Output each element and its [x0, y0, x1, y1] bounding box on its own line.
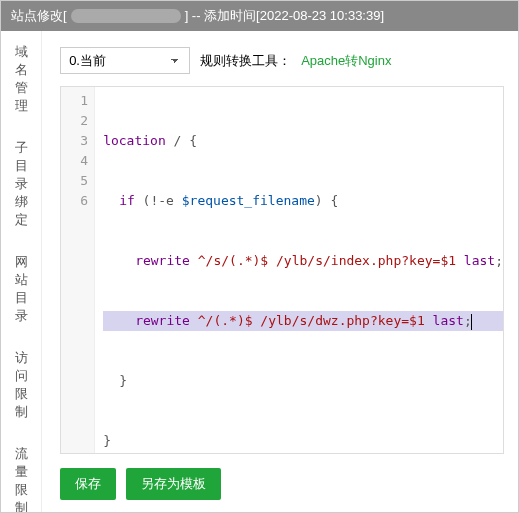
- main-panel: 0.当前 规则转换工具： Apache转Nginx 1 2 3 4 5 6 lo…: [42, 31, 518, 512]
- code-line-3: rewrite ^/s/(.*)$ /ylb/s/index.php?key=$…: [103, 251, 503, 271]
- text-cursor: [471, 314, 472, 330]
- toolbar: 0.当前 规则转换工具： Apache转Nginx: [60, 47, 504, 74]
- sidebar-item-sitedir[interactable]: 网站目录: [1, 241, 41, 337]
- code-editor[interactable]: 1 2 3 4 5 6 location / { if (!-e $reques…: [60, 86, 504, 454]
- sidebar-item-subdir[interactable]: 子目录绑定: [1, 127, 41, 241]
- save-as-template-button[interactable]: 另存为模板: [126, 468, 221, 500]
- code-line-1: location / {: [103, 131, 503, 151]
- sidebar: 域名管理 子目录绑定 网站目录 访问限制 流量限制 伪静态 默认文档 配置文件 …: [1, 31, 42, 512]
- editor-gutter: 1 2 3 4 5 6: [61, 87, 95, 453]
- code-line-4: rewrite ^/(.*)$ /ylb/s/dwz.php?key=$1 la…: [103, 311, 503, 331]
- editor-code[interactable]: location / { if (!-e $request_filename) …: [95, 87, 503, 453]
- sidebar-item-domain[interactable]: 域名管理: [1, 31, 41, 127]
- window-title-bar: 站点修改[ ] -- 添加时间[2022-08-23 10:33:39]: [1, 1, 518, 31]
- sidebar-item-access[interactable]: 访问限制: [1, 337, 41, 433]
- toolbar-label: 规则转换工具：: [200, 52, 291, 70]
- code-line-6: }: [103, 431, 503, 451]
- code-line-5: }: [103, 371, 503, 391]
- save-button[interactable]: 保存: [60, 468, 116, 500]
- title-prefix: 站点修改[: [11, 7, 67, 25]
- sidebar-item-traffic[interactable]: 流量限制: [1, 433, 41, 512]
- apache-to-nginx-link[interactable]: Apache转Nginx: [301, 52, 391, 70]
- template-select[interactable]: 0.当前: [60, 47, 190, 74]
- title-masked-domain: [71, 9, 181, 23]
- button-row: 保存 另存为模板: [60, 468, 504, 500]
- code-line-2: if (!-e $request_filename) {: [103, 191, 503, 211]
- title-suffix: ] -- 添加时间[2022-08-23 10:33:39]: [185, 7, 384, 25]
